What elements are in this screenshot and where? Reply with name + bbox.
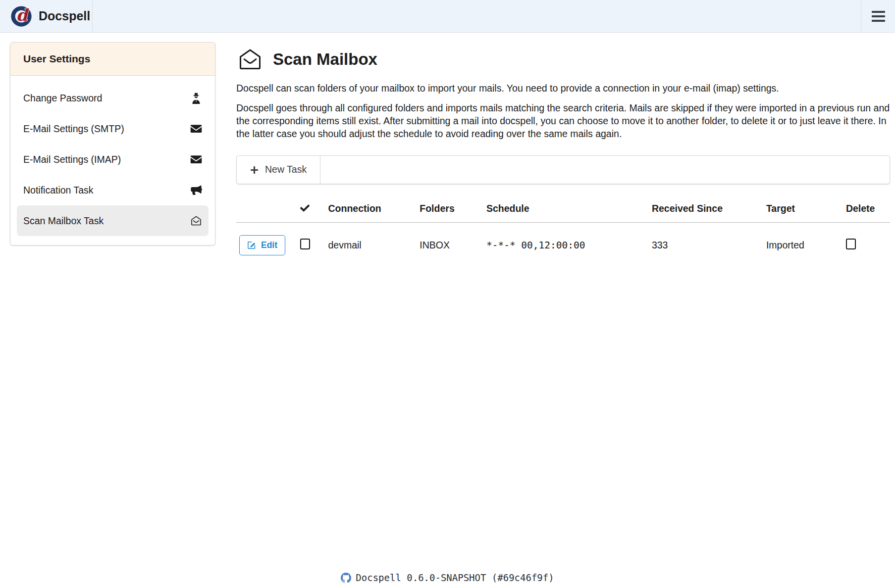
envelope-icon — [190, 123, 202, 135]
connection-cell: devmail — [325, 222, 417, 268]
enabled-column-header — [297, 196, 325, 223]
svg-text:d: d — [16, 5, 29, 25]
page-body: User Settings Change Password E-Mail Set… — [0, 33, 895, 268]
envelope-icon — [190, 153, 202, 165]
page-title: Scan Mailbox — [236, 47, 890, 72]
brand-link[interactable]: d Docspell — [0, 0, 93, 32]
sidebar-item-email-smtp[interactable]: E-Mail Settings (SMTP) — [10, 113, 215, 144]
schedule-cell: *-*-* 00,12:00:00 — [483, 222, 649, 268]
folders-cell: INBOX — [417, 222, 483, 268]
docspell-logo-icon: d — [10, 5, 32, 27]
task-toolbar: New Task — [236, 155, 890, 184]
top-navbar: d Docspell — [0, 0, 895, 33]
target-cell: Imported — [763, 222, 843, 268]
sidebar-item-scan-mailbox-task[interactable]: Scan Mailbox Task — [17, 205, 209, 236]
sidebar-menu: Change Password E-Mail Settings (SMTP) — [10, 76, 215, 245]
plus-icon — [250, 165, 259, 174]
delete-checkbox[interactable] — [846, 239, 856, 249]
brand-title: Docspell — [39, 9, 90, 23]
folders-column-header: Folders — [417, 196, 483, 223]
sidebar-item-email-imap[interactable]: E-Mail Settings (IMAP) — [10, 144, 215, 175]
intro-paragraph: Docspell can scan folders of your mailbo… — [236, 82, 890, 95]
target-column-header: Target — [763, 196, 843, 223]
enabled-checkbox[interactable] — [300, 239, 310, 249]
delete-column-header: Delete — [843, 196, 890, 223]
edit-button-label: Edit — [261, 240, 277, 250]
version-text: Docspell 0.6.0-SNAPSHOT (#69c46f9f) — [356, 572, 554, 583]
sidebar-item-label: Scan Mailbox Task — [23, 215, 104, 227]
edit-icon — [247, 241, 256, 249]
table-row: Edit devmail INBOX *-*-* 00,12:00:00 333… — [236, 222, 890, 268]
connection-column-header: Connection — [325, 196, 417, 223]
sidebar-item-label: E-Mail Settings (SMTP) — [23, 123, 124, 135]
sidebar-item-notification-task[interactable]: Notification Task — [10, 175, 215, 205]
sidebar-item-label: E-Mail Settings (IMAP) — [23, 154, 121, 165]
edit-column-header — [236, 196, 297, 223]
received-since-cell: 333 — [649, 222, 763, 268]
user-settings-card: User Settings Change Password E-Mail Set… — [10, 42, 215, 245]
github-icon — [341, 573, 351, 583]
page-title-text: Scan Mailbox — [273, 50, 377, 69]
main-content: Scan Mailbox Docspell can scan folders o… — [236, 42, 890, 268]
sidebar-item-label: Notification Task — [23, 185, 94, 196]
sidebar-item-label: Change Password — [23, 93, 102, 104]
envelope-open-icon — [190, 215, 202, 227]
hamburger-menu-button[interactable] — [861, 0, 895, 32]
received-since-column-header: Received Since — [649, 196, 763, 223]
scan-mailbox-task-table: Connection Folders Schedule Received Sin… — [236, 196, 890, 268]
new-task-label: New Task — [265, 164, 307, 175]
new-task-button[interactable]: New Task — [237, 156, 320, 184]
bullhorn-icon — [190, 184, 202, 196]
sidebar-item-change-password[interactable]: Change Password — [10, 83, 215, 113]
sidebar-title: User Settings — [10, 43, 215, 76]
check-icon — [300, 203, 310, 213]
envelope-open-icon — [236, 47, 264, 72]
edit-button[interactable]: Edit — [239, 235, 285, 255]
user-secret-icon — [190, 92, 202, 104]
navbar-spacer — [93, 0, 861, 32]
table-header-row: Connection Folders Schedule Received Sin… — [236, 196, 890, 223]
version-footer-link[interactable]: Docspell 0.6.0-SNAPSHOT (#69c46f9f) — [0, 572, 895, 583]
description-paragraph: Docspell goes through all configured fol… — [236, 102, 890, 141]
schedule-column-header: Schedule — [483, 196, 649, 223]
